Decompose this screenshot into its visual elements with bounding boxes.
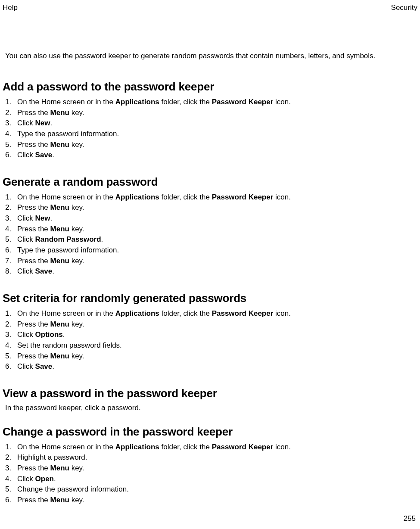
step-item: Press the Menu key. [3,256,417,267]
step-item: Press the Menu key. [3,224,417,235]
bold-term: Save [35,151,53,159]
bold-term: Save [35,267,53,275]
step-item: Highlight a password. [3,452,417,463]
bold-term: Open [35,475,54,483]
section-heading: Generate a random password [3,175,417,189]
section-heading: Set criteria for randomly generated pass… [3,292,417,305]
steps-list: On the Home screen or in the Application… [3,192,417,277]
bold-term: Applications [115,98,159,106]
header-right: Security [391,3,417,12]
step-item: Click Open. [3,474,417,485]
page-header: Help Security [0,3,420,12]
section: Add a password to the password keeperOn … [3,80,417,161]
bold-term: Menu [50,496,69,504]
bold-term: Password Keeper [212,98,274,106]
bold-term: Menu [50,203,69,212]
header-left: Help [3,3,18,12]
step-item: On the Home screen or in the Application… [3,192,417,203]
step-item: On the Home screen or in the Application… [3,97,417,108]
bold-term: Applications [115,309,159,317]
bold-term: Menu [50,257,69,265]
bold-term: Menu [50,140,69,149]
bold-term: Menu [50,464,69,472]
step-item: Click Save. [3,150,417,161]
bold-term: Password Keeper [212,309,274,317]
step-item: Press the Menu key. [3,463,417,474]
step-item: On the Home screen or in the Application… [3,308,417,319]
bold-term: Random Password [35,235,101,243]
step-item: On the Home screen or in the Application… [3,442,417,453]
step-item: Press the Menu key. [3,140,417,150]
bold-term: Applications [115,193,159,201]
bold-term: Applications [115,443,159,451]
section: Change a password in the password keeper… [3,425,417,506]
steps-list: On the Home screen or in the Application… [3,97,417,161]
bold-term: Menu [50,225,69,233]
page-content: You can also use the password keeper to … [3,52,417,520]
step-item: Type the password information. [3,129,417,140]
step-item: Change the password information. [3,484,417,495]
step-item: Press the Menu key. [3,319,417,330]
step-item: Click Options. [3,330,417,340]
bold-term: Menu [50,320,69,328]
step-item: Press the Menu key. [3,495,417,506]
intro-text: You can also use the password keeper to … [3,52,417,60]
bold-term: Menu [50,352,69,360]
step-item: Click New. [3,118,417,129]
step-item: Click Save. [3,361,417,372]
steps-list: On the Home screen or in the Application… [3,308,417,372]
step-item: Press the Menu key. [3,108,417,118]
step-item: Click New. [3,213,417,224]
section-heading: Change a password in the password keeper [3,425,417,439]
bold-term: Password Keeper [212,443,274,451]
section-heading: Add a password to the password keeper [3,80,417,93]
step-item: Type the password information. [3,245,417,256]
step-item: Click Random Password. [3,234,417,245]
section-paragraph: In the password keeper, click a password… [3,404,417,412]
step-item: Press the Menu key. [3,351,417,362]
section-heading: View a password in the password keeper [3,387,417,400]
bold-term: Menu [50,109,69,117]
bold-term: New [35,119,50,127]
section: Set criteria for randomly generated pass… [3,292,417,372]
bold-term: Password Keeper [212,193,274,201]
section: View a password in the password keeperIn… [3,387,417,412]
step-item: Press the Menu key. [3,202,417,213]
bold-term: Options [35,330,63,339]
steps-list: On the Home screen or in the Application… [3,442,417,506]
step-item: Set the random password fields. [3,340,417,351]
step-item: Click Save. [3,266,417,277]
bold-term: Save [35,362,53,370]
bold-term: New [35,214,50,222]
section: Generate a random passwordOn the Home sc… [3,175,417,277]
page-number: 255 [404,514,416,523]
